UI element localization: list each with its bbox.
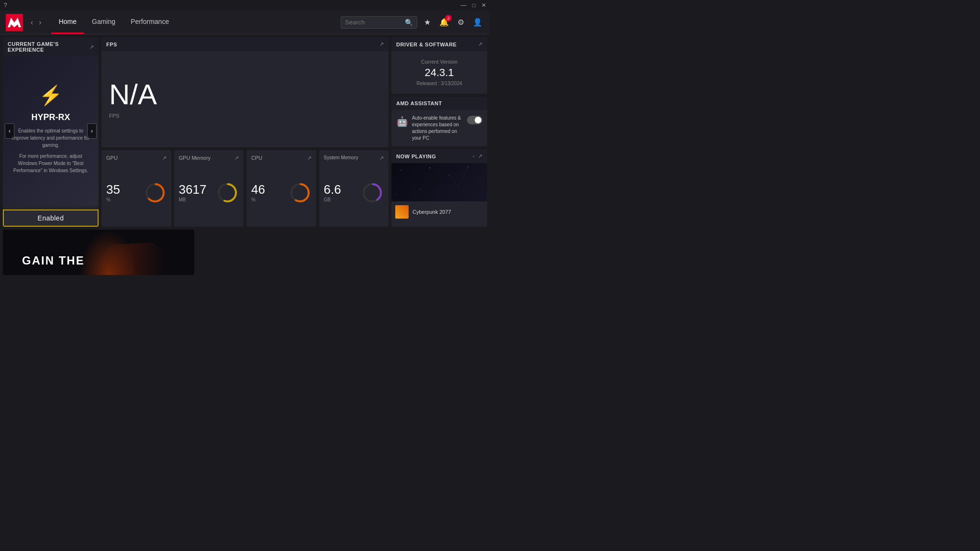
system-memory-value: 6.6 bbox=[324, 182, 341, 197]
system-memory-label: System Memory bbox=[324, 155, 358, 160]
gpu-memory-metric-header: GPU Memory ↗ bbox=[179, 155, 239, 161]
settings-button[interactable]: ⚙ bbox=[456, 17, 466, 28]
assistant-description: Auto-enable features & experiences based… bbox=[412, 115, 463, 142]
current-game-header: CURRENT GAME'S EXPERIENCE ↗ bbox=[3, 37, 99, 56]
driver-title: DRIVER & SOFTWARE bbox=[396, 42, 457, 47]
nav-arrows: ‹ › bbox=[29, 16, 44, 29]
game-desc-2: For more performance, adjust Windows Pow… bbox=[11, 153, 91, 174]
gpu-metric-body: 35 % bbox=[106, 163, 167, 222]
svg-point-2 bbox=[429, 167, 430, 168]
fps-card: FPS ↗ N/A FPS bbox=[101, 37, 389, 147]
fps-content: N/A FPS bbox=[101, 51, 389, 147]
assistant-icon: 🤖 bbox=[396, 116, 408, 127]
driver-header: DRIVER & SOFTWARE ↗ bbox=[391, 37, 487, 51]
tab-gaming[interactable]: Gaming bbox=[84, 11, 123, 34]
cpu-expand-icon[interactable]: ↗ bbox=[307, 155, 312, 161]
minimize-button[interactable]: — bbox=[461, 2, 467, 8]
driver-expand-icon[interactable]: ↗ bbox=[478, 41, 482, 47]
lightning-icon: ⚡ bbox=[39, 84, 63, 107]
search-icon[interactable]: 🔍 bbox=[405, 19, 413, 26]
tab-performance[interactable]: Performance bbox=[123, 11, 177, 34]
now-playing-expand-icon[interactable]: ↗ bbox=[478, 153, 482, 159]
current-game-card: CURRENT GAME'S EXPERIENCE ↗ ‹ ⚡ HYPR-RX … bbox=[3, 37, 99, 227]
now-playing-title: NOW PLAYING bbox=[396, 154, 436, 159]
forward-button[interactable]: › bbox=[37, 16, 43, 29]
cpu-metric-card: CPU ↗ 46 % bbox=[246, 150, 316, 227]
system-memory-gauge bbox=[361, 181, 384, 204]
svg-line-10 bbox=[449, 175, 458, 187]
search-box[interactable]: 🔍 bbox=[341, 16, 417, 29]
fps-header: FPS ↗ bbox=[101, 37, 389, 51]
carousel-prev-button[interactable]: ‹ bbox=[5, 123, 14, 139]
gpu-memory-expand-icon[interactable]: ↗ bbox=[234, 155, 239, 161]
account-button[interactable]: 👤 bbox=[471, 17, 484, 28]
gpu-memory-gauge bbox=[216, 181, 239, 204]
enabled-button[interactable]: Enabled bbox=[3, 209, 99, 227]
fps-value: N/A bbox=[109, 80, 381, 109]
fps-expand-icon[interactable]: ↗ bbox=[379, 41, 384, 47]
gpu-metric-header: GPU ↗ bbox=[106, 155, 167, 161]
amd-assistant-header: AMD ASSISTANT bbox=[391, 97, 487, 110]
now-playing-background bbox=[391, 163, 487, 201]
svg-point-7 bbox=[420, 189, 421, 190]
metrics-row: GPU ↗ 35 % GPU Memory ↗ bbox=[101, 150, 389, 227]
system-memory-metric-card: System Memory ↗ 6.6 GB bbox=[319, 150, 389, 227]
current-game-title: CURRENT GAME'S EXPERIENCE bbox=[8, 41, 89, 53]
driver-content: Current Version 24.3.1 Released : 3/13/2… bbox=[391, 51, 487, 94]
svg-point-6 bbox=[439, 192, 440, 192]
banner: GAIN THE bbox=[3, 230, 194, 275]
current-game-expand-icon[interactable]: ↗ bbox=[89, 44, 94, 50]
cpu-label: CPU bbox=[251, 155, 262, 161]
dot-icon: • bbox=[473, 154, 474, 158]
title-bar: ? — □ ✕ bbox=[0, 0, 490, 11]
game-title-label: Cyberpunk 2077 bbox=[412, 209, 451, 215]
close-button[interactable]: ✕ bbox=[481, 2, 486, 8]
amd-logo bbox=[6, 14, 23, 31]
help-icon[interactable]: ? bbox=[4, 2, 7, 8]
gpu-memory-metric-card: GPU Memory ↗ 3617 MB bbox=[174, 150, 244, 227]
cpu-value: 46 bbox=[251, 182, 265, 197]
system-memory-metric-header: System Memory ↗ bbox=[324, 155, 384, 161]
banner-title: GAIN THE bbox=[22, 254, 85, 267]
maximize-button[interactable]: □ bbox=[472, 2, 476, 8]
game-thumbnail bbox=[395, 205, 409, 219]
nav-tabs: Home Gaming Performance bbox=[51, 11, 177, 34]
gpu-expand-icon[interactable]: ↗ bbox=[162, 155, 167, 161]
game-content: ‹ ⚡ HYPR-RX Enables the optimal settings… bbox=[3, 56, 99, 206]
gpu-memory-metric-body: 3617 MB bbox=[179, 163, 239, 222]
driver-card: DRIVER & SOFTWARE ↗ Current Version 24.3… bbox=[391, 37, 487, 94]
svg-point-1 bbox=[413, 180, 413, 180]
game-name: HYPR-RX bbox=[31, 112, 70, 122]
gpu-memory-label: GPU Memory bbox=[179, 155, 211, 161]
main-content: CURRENT GAME'S EXPERIENCE ↗ ‹ ⚡ HYPR-RX … bbox=[0, 34, 490, 230]
gpu-metric-card: GPU ↗ 35 % bbox=[101, 150, 171, 227]
search-input[interactable] bbox=[345, 19, 405, 26]
cpu-gauge bbox=[289, 181, 312, 204]
back-button[interactable]: ‹ bbox=[29, 16, 35, 29]
version-label: Current Version bbox=[399, 59, 479, 65]
nav-right: 🔍 ★ 🔔 2 ⚙ 👤 bbox=[341, 16, 484, 29]
cpu-metric-body: 46 % bbox=[251, 163, 312, 222]
now-playing-header: NOW PLAYING • ↗ bbox=[391, 149, 487, 163]
now-playing-card: NOW PLAYING • ↗ bbox=[391, 149, 487, 227]
assistant-toggle[interactable] bbox=[467, 116, 482, 124]
notifications-button[interactable]: 🔔 2 bbox=[437, 17, 451, 28]
cpu-metric-header: CPU ↗ bbox=[251, 155, 312, 161]
gpu-value: 35 bbox=[106, 182, 120, 197]
right-column: DRIVER & SOFTWARE ↗ Current Version 24.3… bbox=[391, 37, 487, 227]
gpu-unit: % bbox=[106, 197, 120, 203]
system-memory-metric-body: 6.6 GB bbox=[324, 163, 384, 222]
fps-unit: FPS bbox=[109, 113, 381, 119]
carousel-next-button[interactable]: › bbox=[87, 123, 97, 139]
cpu-unit: % bbox=[251, 197, 265, 203]
svg-line-11 bbox=[458, 167, 468, 187]
system-memory-unit: GB bbox=[324, 197, 341, 203]
gpu-memory-value: 3617 bbox=[179, 182, 207, 197]
amd-assistant-title: AMD ASSISTANT bbox=[396, 100, 442, 106]
bottom-section: GAIN THE bbox=[0, 230, 490, 276]
amd-assistant-card: AMD ASSISTANT 🤖 Auto-enable features & e… bbox=[391, 97, 487, 146]
fps-title: FPS bbox=[106, 42, 117, 47]
favorites-button[interactable]: ★ bbox=[422, 17, 433, 28]
system-memory-expand-icon[interactable]: ↗ bbox=[379, 155, 384, 161]
tab-home[interactable]: Home bbox=[51, 11, 84, 34]
